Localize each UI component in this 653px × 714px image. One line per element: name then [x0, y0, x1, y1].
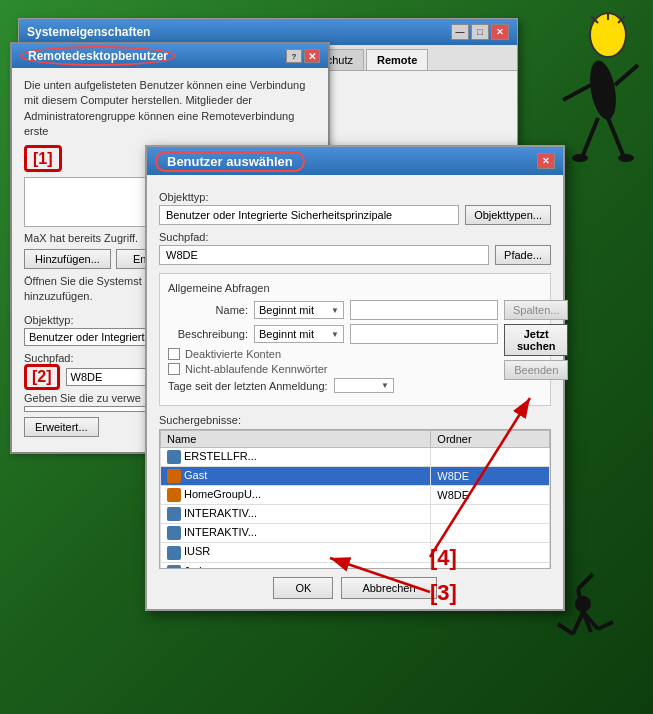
close-button[interactable]: ✕ — [491, 24, 509, 40]
remote-users-titlebar: Remotedesktopbenutzer ? ✕ — [12, 44, 328, 68]
search-content: Name: Beginnt mit ▼ Beschreibung: Beginn… — [168, 300, 542, 397]
hinzufuegen-button[interactable]: Hinzufügen... — [24, 249, 111, 269]
table-row[interactable]: IUSR — [161, 543, 550, 562]
annotation-1: [1] — [24, 145, 62, 172]
tab-remote[interactable]: Remote — [366, 49, 428, 70]
table-row[interactable]: Jeder — [161, 562, 550, 569]
svg-line-19 — [598, 622, 613, 629]
svg-line-16 — [573, 612, 583, 634]
result-ordner: W8DE — [431, 467, 550, 486]
right-buttons: Spalten... Jetzt suchen Beenden — [504, 300, 568, 397]
beenden-button[interactable]: Beenden — [504, 360, 568, 380]
benutzer-close-button[interactable]: ✕ — [537, 153, 555, 169]
result-name: ERSTELLFR... — [161, 448, 431, 467]
objekttypen-button[interactable]: Objekttypen... — [465, 205, 551, 225]
svg-line-5 — [563, 85, 591, 100]
objekttyp-value: Benutzer oder Integrierte Sicherheitspri… — [159, 205, 459, 225]
svg-point-9 — [572, 154, 588, 162]
result-name: Gast — [161, 467, 431, 486]
result-name: HomeGroupU... — [161, 486, 431, 505]
table-row[interactable]: GastW8DE — [161, 467, 550, 486]
sys-props-controls: — □ ✕ — [451, 24, 509, 40]
user-icon — [167, 469, 181, 483]
jetzt-suchen-button[interactable]: Jetzt suchen — [504, 324, 568, 356]
result-name: IUSR — [161, 543, 431, 562]
name-row: Name: Beginnt mit ▼ — [168, 300, 498, 320]
beschreibung-combo[interactable]: Beginnt mit ▼ — [254, 325, 344, 343]
beschreibung-input[interactable] — [350, 324, 498, 344]
user-icon — [167, 526, 181, 540]
user-icon — [167, 546, 181, 560]
deaktiviert-checkbox[interactable] — [168, 348, 180, 360]
svg-line-8 — [608, 118, 623, 155]
col-ordner-header: Ordner — [431, 431, 550, 448]
benutzer-controls: ✕ — [537, 153, 555, 169]
result-name: Jeder — [161, 562, 431, 569]
maximize-button[interactable]: □ — [471, 24, 489, 40]
result-ordner — [431, 543, 550, 562]
svg-point-10 — [618, 154, 634, 162]
svg-line-17 — [558, 624, 573, 634]
table-row[interactable]: INTERAKTIV... — [161, 524, 550, 543]
table-row[interactable]: INTERAKTIV... — [161, 505, 550, 524]
objekttyp-label: Objekttyp: — [159, 191, 551, 203]
deaktiviert-row: Deaktivierte Konten — [168, 348, 498, 360]
suchpfad2-value: W8DE — [159, 245, 489, 265]
result-ordner — [431, 448, 550, 467]
name-input[interactable] — [350, 300, 498, 320]
results-table: Name Ordner ERSTELLFR...GastW8DEHomeGrou… — [160, 430, 550, 569]
user-icon — [167, 507, 181, 521]
nicht-ablaufend-row: Nicht-ablaufende Kennwörter — [168, 363, 498, 375]
remote-users-title: Remotedesktopbenutzer — [20, 46, 176, 66]
erweitert-button[interactable]: Erweitert... — [24, 417, 99, 437]
tage-row: Tage seit der letzten Anmeldung: ▼ — [168, 378, 498, 393]
user-icon — [167, 450, 181, 464]
svg-line-21 — [578, 574, 593, 589]
beschreibung-label: Beschreibung: — [168, 328, 248, 340]
remote-desc: Die unten aufgelisteten Benutzer können … — [24, 78, 316, 140]
result-name: INTERAKTIV... — [161, 505, 431, 524]
table-row[interactable]: ERSTELLFR... — [161, 448, 550, 467]
tage-label: Tage seit der letzten Anmeldung: — [168, 380, 328, 392]
ok-button[interactable]: OK — [273, 577, 333, 599]
nicht-ablaufend-label: Nicht-ablaufende Kennwörter — [185, 363, 327, 375]
spalten-button[interactable]: Spalten... — [504, 300, 568, 320]
name-label: Name: — [168, 304, 248, 316]
svg-point-4 — [586, 58, 620, 121]
result-ordner — [431, 505, 550, 524]
pfade-button[interactable]: Pfade... — [495, 245, 551, 265]
result-ordner — [431, 562, 550, 569]
allgemeine-title: Allgemeine Abfragen — [168, 282, 542, 294]
result-ordner — [431, 524, 550, 543]
results-container[interactable]: Name Ordner ERSTELLFR...GastW8DEHomeGrou… — [159, 429, 551, 569]
deaktiviert-label: Deaktivierte Konten — [185, 348, 281, 360]
tage-combo[interactable]: ▼ — [334, 378, 394, 393]
beschreibung-combo-arrow: ▼ — [331, 330, 339, 339]
remote-close-button[interactable]: ✕ — [304, 49, 320, 63]
remote-dialog-controls: ? ✕ — [286, 49, 320, 63]
tage-combo-arrow: ▼ — [381, 381, 389, 390]
remote-help-button[interactable]: ? — [286, 49, 302, 63]
allgemeine-section: Allgemeine Abfragen Name: Beginnt mit ▼ — [159, 273, 551, 406]
col-name-header: Name — [161, 431, 431, 448]
ok-cancel-row: OK Abbrechen — [159, 577, 551, 599]
benutzer-body: Objekttyp: Benutzer oder Integrierte Sic… — [147, 175, 563, 609]
user-icon — [167, 488, 181, 502]
abbrechen-button[interactable]: Abbrechen — [341, 577, 436, 599]
nicht-ablaufend-checkbox[interactable] — [168, 363, 180, 375]
beschreibung-row: Beschreibung: Beginnt mit ▼ — [168, 324, 498, 344]
name-combo-arrow: ▼ — [331, 306, 339, 315]
benutzer-title: Benutzer auswählen — [155, 151, 305, 172]
suchpfad2-label: Suchpfad: — [159, 231, 551, 243]
table-row[interactable]: HomeGroupU...W8DE — [161, 486, 550, 505]
annotation-2: [2] — [24, 364, 60, 390]
minimize-button[interactable]: — — [451, 24, 469, 40]
benutzer-titlebar: Benutzer auswählen ✕ — [147, 147, 563, 175]
svg-line-7 — [583, 118, 598, 155]
search-main: Name: Beginnt mit ▼ Beschreibung: Beginn… — [168, 300, 498, 397]
result-name: INTERAKTIV... — [161, 524, 431, 543]
benutzer-dialog: Benutzer auswählen ✕ Objekttyp: Benutzer… — [145, 145, 565, 611]
suchergebnisse-label: Suchergebnisse: — [159, 414, 551, 426]
svg-line-6 — [615, 65, 638, 85]
name-combo[interactable]: Beginnt mit ▼ — [254, 301, 344, 319]
